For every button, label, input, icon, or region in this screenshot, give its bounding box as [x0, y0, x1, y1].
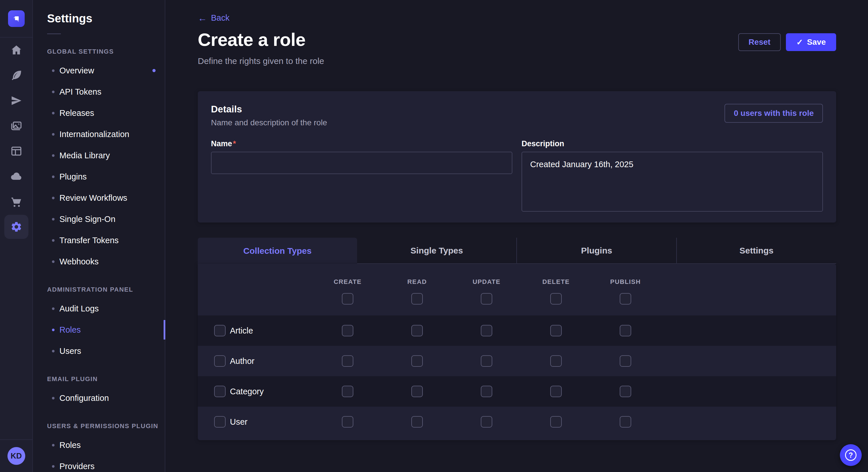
- nav-deploy-button[interactable]: [4, 89, 28, 113]
- shopping-cart-icon: [10, 196, 22, 208]
- select-all-create-checkbox[interactable]: [342, 293, 353, 305]
- sidebar-item-internationalization[interactable]: Internationalization: [34, 124, 165, 145]
- reset-button[interactable]: Reset: [738, 33, 781, 51]
- bullet-icon: [52, 397, 55, 400]
- sidebar-item-releases[interactable]: Releases: [34, 102, 165, 124]
- sidebar-item-label: Configuration: [59, 394, 109, 403]
- bullet-icon: [52, 69, 55, 72]
- sidebar-item-plugins[interactable]: Plugins: [34, 166, 165, 187]
- description-label: Description: [522, 139, 564, 148]
- nav-media-library-button[interactable]: [4, 114, 28, 138]
- user-update-checkbox[interactable]: [481, 416, 492, 428]
- category-delete-checkbox[interactable]: [550, 386, 562, 397]
- user-read-checkbox[interactable]: [411, 416, 423, 428]
- author-delete-checkbox[interactable]: [550, 355, 562, 367]
- row-select-checkbox[interactable]: [214, 355, 226, 367]
- article-create-checkbox[interactable]: [342, 325, 353, 336]
- sidebar-section-email-plugin: EMAIL PLUGIN Configuration: [34, 375, 165, 409]
- back-link[interactable]: ← Back: [198, 13, 229, 23]
- column-header-delete: DELETE: [542, 278, 569, 285]
- user-publish-checkbox[interactable]: [620, 416, 631, 428]
- nav-home-button[interactable]: [4, 38, 28, 62]
- notification-dot: [152, 69, 156, 72]
- tab-collection-types[interactable]: Collection Types: [198, 238, 357, 264]
- row-select-checkbox[interactable]: [214, 325, 226, 336]
- page-subtitle: Define the rights given to the role: [198, 56, 324, 66]
- sidebar-item-api-tokens[interactable]: API Tokens: [34, 81, 165, 102]
- bullet-icon: [52, 154, 55, 157]
- author-create-checkbox[interactable]: [342, 355, 353, 367]
- tab-single-types[interactable]: Single Types: [357, 238, 516, 264]
- sidebar-item-roles-up[interactable]: Roles: [34, 434, 165, 456]
- author-read-checkbox[interactable]: [411, 355, 423, 367]
- sidebar-item-label: Transfer Tokens: [59, 236, 119, 245]
- main-content: ← Back Create a role Define the rights g…: [166, 0, 868, 472]
- row-label: User: [230, 417, 247, 427]
- category-create-checkbox[interactable]: [342, 386, 353, 397]
- select-all-read-checkbox[interactable]: [411, 293, 423, 305]
- article-delete-checkbox[interactable]: [550, 325, 562, 336]
- category-read-checkbox[interactable]: [411, 386, 423, 397]
- category-publish-checkbox[interactable]: [620, 386, 631, 397]
- nav-content-type-builder-button[interactable]: [4, 139, 28, 163]
- select-all-delete-checkbox[interactable]: [550, 293, 562, 305]
- sidebar-item-webhooks[interactable]: Webhooks: [34, 251, 165, 272]
- article-read-checkbox[interactable]: [411, 325, 423, 336]
- user-create-checkbox[interactable]: [342, 416, 353, 428]
- select-all-publish-checkbox[interactable]: [620, 293, 631, 305]
- table-row-user: User: [198, 407, 836, 437]
- name-field-group: Name*: [211, 139, 513, 212]
- users-with-role-button[interactable]: 0 users with this role: [724, 104, 823, 123]
- sidebar-item-configuration[interactable]: Configuration: [34, 387, 165, 409]
- cloud-icon: [10, 170, 23, 183]
- author-publish-checkbox[interactable]: [620, 355, 631, 367]
- name-input[interactable]: [211, 152, 513, 174]
- nav-marketplace-button[interactable]: [4, 190, 28, 214]
- nav-settings-button[interactable]: [4, 215, 28, 239]
- sidebar-item-providers[interactable]: Providers: [34, 456, 165, 472]
- row-select-checkbox[interactable]: [214, 386, 226, 397]
- select-all-update-checkbox[interactable]: [481, 293, 492, 305]
- user-avatar[interactable]: KD: [7, 447, 25, 465]
- paper-plane-icon: [10, 95, 22, 107]
- sidebar-item-label: Media Library: [59, 151, 110, 160]
- sidebar-item-label: Roles: [59, 325, 81, 335]
- sidebar-item-users[interactable]: Users: [34, 340, 165, 362]
- description-textarea[interactable]: Created January 16th, 2025: [522, 152, 823, 212]
- sidebar-title-divider: [47, 34, 61, 34]
- article-update-checkbox[interactable]: [481, 325, 492, 336]
- name-label: Name*: [211, 139, 236, 148]
- sidebar-item-transfer-tokens[interactable]: Transfer Tokens: [34, 230, 165, 251]
- tab-plugins[interactable]: Plugins: [516, 238, 676, 264]
- nav-cloud-button[interactable]: [4, 164, 28, 189]
- question-mark-icon: ?: [845, 449, 857, 461]
- workspace-logo-box[interactable]: [0, 0, 32, 38]
- sidebar-item-label: Roles: [59, 440, 81, 450]
- sidebar-item-review-workflows[interactable]: Review Workflows: [34, 187, 165, 208]
- author-update-checkbox[interactable]: [481, 355, 492, 367]
- article-publish-checkbox[interactable]: [620, 325, 631, 336]
- details-card: Details Name and description of the role…: [198, 91, 836, 223]
- row-label: Category: [230, 387, 264, 396]
- sidebar-item-audit-logs[interactable]: Audit Logs: [34, 298, 165, 319]
- user-delete-checkbox[interactable]: [550, 416, 562, 428]
- save-button[interactable]: ✓ Save: [786, 33, 836, 51]
- settings-sidebar: Settings GLOBAL SETTINGS Overview API To…: [34, 0, 165, 472]
- tab-settings[interactable]: Settings: [676, 238, 836, 264]
- nav-content-manager-button[interactable]: [4, 63, 28, 88]
- help-button[interactable]: ?: [840, 444, 862, 466]
- sidebar-item-media-library[interactable]: Media Library: [34, 145, 165, 166]
- bullet-icon: [52, 112, 55, 114]
- sidebar-item-roles-admin[interactable]: Roles: [34, 319, 165, 340]
- permissions-panel: CREATE READ UPDATE DELETE PUBLISH Articl…: [198, 264, 836, 440]
- sidebar-item-label: Releases: [59, 108, 94, 118]
- back-label: Back: [211, 13, 229, 23]
- category-update-checkbox[interactable]: [481, 386, 492, 397]
- row-select-checkbox[interactable]: [214, 416, 226, 428]
- sidebar-item-single-sign-on[interactable]: Single Sign-On: [34, 208, 165, 230]
- media-library-icon: [10, 120, 23, 132]
- bullet-icon: [52, 218, 55, 221]
- section-header: USERS & PERMISSIONS PLUGIN: [47, 423, 165, 430]
- sidebar-item-label: Review Workflows: [59, 193, 127, 203]
- sidebar-item-overview[interactable]: Overview: [34, 60, 165, 81]
